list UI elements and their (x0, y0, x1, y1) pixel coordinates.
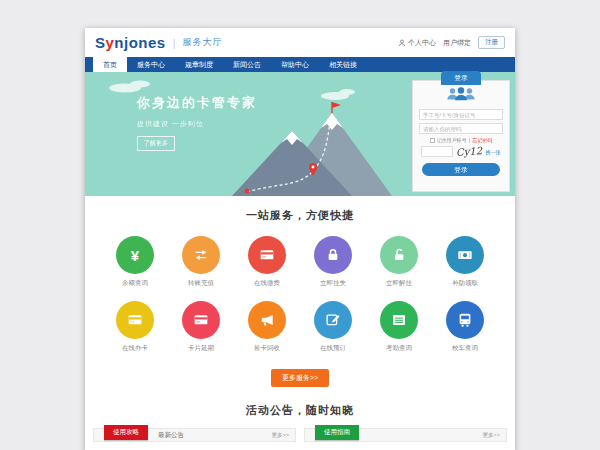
services-row-1: ¥余额查询转账充值在线缴费立即挂失立即解挂补助领取 (85, 236, 515, 288)
service-label: 考勤查询 (371, 344, 427, 353)
site-header: Synjones | 服务大厅 个人中心 用户绑定 注册 (85, 28, 515, 57)
service-item[interactable]: 捡卡回收 (239, 301, 295, 353)
service-label: 校车查询 (437, 344, 493, 353)
logo-part2: njones (114, 34, 165, 51)
banknote-icon[interactable] (446, 236, 484, 274)
logo: Synjones (95, 34, 166, 51)
password-input[interactable] (419, 123, 503, 134)
more-services-button[interactable]: 更多服务>> (271, 369, 329, 387)
nav-item-service-center[interactable]: 服务中心 (127, 57, 175, 72)
header-link-personal-center[interactable]: 个人中心 (398, 38, 436, 48)
hero-subtitle: 提供建设 一步到位 (137, 119, 257, 129)
main-nav: 首页服务中心规章制度新闻公告帮助中心相关链接 (85, 57, 515, 72)
service-label: 在线缴费 (239, 279, 295, 288)
captcha-input[interactable] (421, 146, 453, 157)
service-label: 捡卡回收 (239, 344, 295, 353)
nav-item-news[interactable]: 新闻公告 (223, 57, 271, 72)
service-label: 卡片延期 (173, 344, 229, 353)
portal-name: 服务大厅 (183, 36, 223, 49)
list-icon[interactable] (380, 301, 418, 339)
announcements-section: 活动公告，随时知晓 使用攻略 最新公告 更多>> 使用指南 更多>> (85, 391, 515, 450)
captcha-image[interactable]: Cy12 (456, 145, 483, 158)
login-submit-button[interactable]: 登录 (422, 163, 500, 176)
captcha-row: Cy12 换一张 (413, 146, 509, 157)
more-link-left[interactable]: 更多>> (272, 432, 289, 439)
service-item[interactable]: 卡片延期 (173, 301, 229, 353)
site-page: Synjones | 服务大厅 个人中心 用户绑定 注册 首页服务中心规章制度新… (85, 28, 515, 450)
remember-separator: | (469, 137, 470, 143)
bank-card-icon[interactable] (248, 236, 286, 274)
announcement-panels: 使用攻略 最新公告 更多>> 使用指南 更多>> (85, 418, 515, 450)
tab-usage-guide[interactable]: 使用攻略 (104, 425, 148, 440)
nav-item-rules[interactable]: 规章制度 (175, 57, 223, 72)
service-label: 转账充值 (173, 279, 229, 288)
login-tab[interactable]: 登录 (441, 71, 481, 85)
service-label: 在线预订 (305, 344, 361, 353)
user-icon (398, 39, 406, 47)
services-row-2: 在线办卡卡片延期捡卡回收在线预订考勤查询校车查询 (85, 301, 515, 353)
more-link-right[interactable]: 更多>> (483, 432, 500, 439)
users-icon (444, 85, 478, 102)
transfer-icon[interactable] (182, 236, 220, 274)
service-item[interactable]: 在线办卡 (107, 301, 163, 353)
panel-left-header: 使用攻略 最新公告 更多>> (93, 428, 296, 442)
service-item[interactable]: ¥余额查询 (107, 236, 163, 288)
panel-right-body (304, 442, 507, 450)
bank-card-icon[interactable] (182, 301, 220, 339)
yen-icon[interactable]: ¥ (116, 236, 154, 274)
service-item[interactable]: 在线预订 (305, 301, 361, 353)
service-label: 立即挂失 (305, 279, 361, 288)
panel-right-header: 使用指南 更多>> (304, 428, 507, 442)
unlock-icon[interactable] (380, 236, 418, 274)
forgot-password-link[interactable]: 忘记密码 (472, 137, 492, 143)
service-item[interactable]: 立即解挂 (371, 236, 427, 288)
register-button[interactable]: 注册 (478, 36, 505, 49)
service-item[interactable]: 转账充值 (173, 236, 229, 288)
logo-part1: S (95, 34, 106, 51)
remember-row: 记住用户帐号 | 忘记密码 (413, 137, 509, 143)
remember-label: 记住用户帐号 (437, 137, 467, 143)
nav-item-home[interactable]: 首页 (93, 57, 127, 72)
logo-divider: | (173, 37, 176, 49)
service-label: 立即解挂 (371, 279, 427, 288)
announcements-title: 活动公告，随时知晓 (85, 403, 515, 418)
remember-checkbox[interactable] (430, 138, 435, 143)
edit-icon[interactable] (314, 301, 352, 339)
captcha-refresh-link[interactable]: 换一张 (486, 149, 501, 155)
header-link-user-binding[interactable]: 用户绑定 (443, 38, 471, 48)
service-label: 在线办卡 (107, 344, 163, 353)
service-item[interactable]: 在线缴费 (239, 236, 295, 288)
lock-icon[interactable] (314, 236, 352, 274)
service-item[interactable]: 立即挂失 (305, 236, 361, 288)
tab-latest-announcements[interactable]: 最新公告 (158, 431, 184, 440)
services-section: 一站服务，方便快捷 ¥余额查询转账充值在线缴费立即挂失立即解挂补助领取 在线办卡… (85, 196, 515, 391)
hero-banner: 你身边的卡管专家 提供建设 一步到位 了解更多 登录 (85, 72, 515, 196)
service-item[interactable]: 补助领取 (437, 236, 493, 288)
service-item[interactable]: 校车查询 (437, 301, 493, 353)
service-label: 余额查询 (107, 279, 163, 288)
nav-item-help[interactable]: 帮助中心 (271, 57, 319, 72)
header-right: 个人中心 用户绑定 注册 (398, 36, 505, 49)
megaphone-icon[interactable] (248, 301, 286, 339)
tab-user-manual[interactable]: 使用指南 (315, 425, 359, 440)
services-title: 一站服务，方便快捷 (85, 208, 515, 223)
service-item[interactable]: 考勤查询 (371, 301, 427, 353)
bus-icon[interactable] (446, 301, 484, 339)
username-input[interactable] (419, 109, 503, 120)
service-label: 补助领取 (437, 279, 493, 288)
nav-item-links[interactable]: 相关链接 (319, 57, 367, 72)
announcement-panel-left: 使用攻略 最新公告 更多>> (93, 428, 296, 450)
panel-left-body (93, 442, 296, 450)
hero-cta-button[interactable]: 了解更多 (137, 136, 175, 151)
bank-card-icon[interactable] (116, 301, 154, 339)
header-link-label: 用户绑定 (443, 38, 471, 48)
login-panel: 登录 记住用户帐号 | 忘记密码 Cy12 换一张 登录 (412, 80, 510, 192)
hero-title: 你身边的卡管专家 (137, 94, 257, 112)
header-link-label: 个人中心 (408, 38, 436, 48)
hero-text: 你身边的卡管专家 提供建设 一步到位 了解更多 (137, 94, 257, 151)
announcement-panel-right: 使用指南 更多>> (304, 428, 507, 450)
